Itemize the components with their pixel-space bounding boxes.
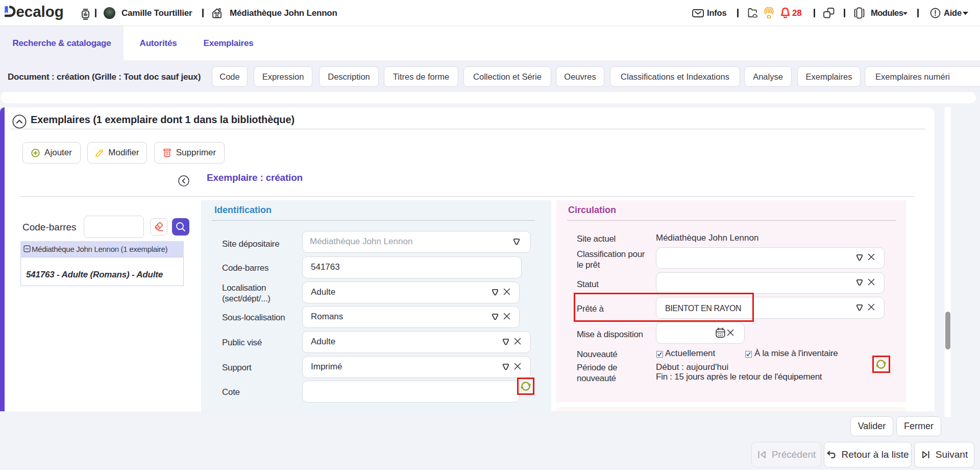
svg-text:ecalog: ecalog (16, 5, 63, 20)
